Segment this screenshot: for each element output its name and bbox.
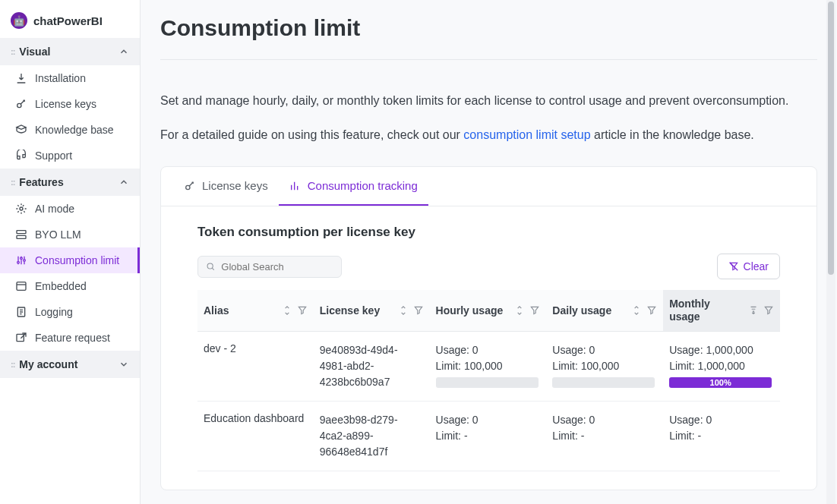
col-alias[interactable]: Alias (197, 290, 314, 331)
svg-rect-2 (17, 231, 26, 234)
filter-icon[interactable] (646, 305, 657, 316)
chevron-up-icon (118, 177, 129, 187)
limit-value: Limit: - (669, 428, 774, 444)
sidebar-item-embedded[interactable]: Embedded (0, 273, 140, 299)
cell-alias: Education dashboard (197, 401, 314, 471)
limit-value: Limit: - (436, 428, 541, 444)
sidebar-item-feature-request[interactable]: Feature request (0, 325, 140, 351)
clear-button[interactable]: Clear (717, 254, 780, 279)
global-search[interactable] (197, 256, 342, 278)
brand-label: chatPowerBI (33, 14, 103, 27)
nav-label: Knowledge base (35, 124, 114, 136)
sidebar-item-ai-mode[interactable]: AI mode (0, 196, 140, 222)
book-icon (15, 124, 27, 136)
consumption-limit-setup-link[interactable]: consumption limit setup (463, 128, 590, 141)
col-hourly[interactable]: Hourly usage (430, 290, 547, 331)
download-icon (15, 72, 27, 84)
svg-rect-4 (17, 282, 26, 291)
sidebar-item-logging[interactable]: Logging (0, 299, 140, 325)
table-title: Token consumption per license key (197, 225, 780, 240)
sidebar-item-byo-llm[interactable]: BYO LLM (0, 222, 140, 247)
tab-consumption-tracking[interactable]: Consumption tracking (279, 167, 428, 206)
section-label: Features (19, 176, 118, 188)
sidebar-item-knowledge-base[interactable]: Knowledge base (0, 117, 140, 143)
sidebar: 🤖 chatPowerBI :: Visual Installation Lic… (0, 0, 141, 504)
table-row: dev - 2 9e40893d-49d4-4981-abd2-4238bc6b… (197, 331, 780, 401)
nav-label: Support (35, 150, 72, 162)
search-icon (206, 261, 215, 272)
cell-daily: Usage: 0 Limit: - (546, 401, 663, 471)
usage-value: Usage: 0 (552, 342, 657, 358)
col-monthly[interactable]: Monthly usage (663, 290, 780, 331)
progress-bar: 100% (669, 377, 772, 388)
consumption-table: Alias License key Hourly usage (197, 290, 780, 471)
cell-hourly: Usage: 0 Limit: 100,000 (430, 331, 547, 401)
cell-monthly: Usage: 0 Limit: - (663, 401, 780, 471)
section-label: Visual (19, 46, 118, 58)
limit-value: Limit: 100,000 (436, 358, 541, 374)
col-label: License key (320, 304, 393, 317)
section-my-account[interactable]: :: My account (0, 351, 140, 378)
limit-value: Limit: - (552, 428, 657, 444)
card-body: Token consumption per license key Clear … (161, 206, 816, 490)
tab-label: Consumption tracking (308, 179, 418, 192)
main-content: Consumption limit Set and manage hourly,… (141, 0, 837, 504)
sort-desc-icon[interactable] (748, 305, 759, 316)
usage-value: Usage: 0 (552, 412, 657, 428)
cell-daily: Usage: 0 Limit: 100,000 (546, 331, 663, 401)
filter-icon[interactable] (413, 305, 424, 316)
col-label: Alias (204, 304, 277, 317)
col-daily[interactable]: Daily usage (546, 290, 663, 331)
desc-text: For a detailed guide on using this featu… (160, 128, 463, 141)
grip-icon: :: (11, 47, 14, 56)
table-toolbar: Clear (197, 254, 780, 279)
grip-icon: :: (11, 360, 14, 369)
nav-label: Feature request (35, 332, 110, 344)
scrollbar[interactable]: ▲ (826, 0, 835, 504)
nav-label: Logging (35, 306, 73, 318)
usage-value: Usage: 0 (669, 412, 774, 428)
file-icon (15, 306, 27, 318)
server-icon (15, 228, 27, 241)
sliders-icon (15, 254, 27, 266)
svg-rect-6 (17, 334, 24, 341)
sidebar-item-consumption-limit[interactable]: Consumption limit (0, 247, 140, 273)
nav-label: License keys (35, 98, 96, 110)
open-icon (15, 332, 27, 344)
grip-icon: :: (11, 178, 14, 187)
filter-icon[interactable] (529, 305, 540, 316)
table-row: Education dashboard 9aee3b98-d279-4ca2-a… (197, 401, 780, 471)
sort-icon[interactable] (398, 305, 409, 316)
col-label: Monthly usage (669, 298, 744, 323)
cell-key: 9aee3b98-d279-4ca2-a899-96648e841d7f (314, 401, 430, 471)
sidebar-item-license-keys[interactable]: License keys (0, 91, 140, 117)
cell-key: 9e40893d-49d4-4981-abd2-4238bc6b09a7 (314, 331, 430, 401)
limit-value: Limit: 100,000 (552, 358, 657, 374)
chart-icon (289, 180, 302, 192)
section-visual[interactable]: :: Visual (0, 38, 140, 65)
sidebar-item-support[interactable]: Support (0, 143, 140, 169)
search-input[interactable] (221, 261, 333, 272)
tabs: License keys Consumption tracking (161, 167, 816, 206)
scrollbar-thumb[interactable] (828, 2, 834, 275)
tab-license-keys[interactable]: License keys (173, 167, 279, 206)
svg-point-1 (20, 207, 23, 210)
filter-icon[interactable] (763, 305, 774, 316)
sort-icon[interactable] (514, 305, 525, 316)
tab-label: License keys (202, 179, 268, 192)
sort-icon[interactable] (282, 305, 292, 316)
cell-monthly: Usage: 1,000,000 Limit: 1,000,000 100% (663, 331, 780, 401)
sidebar-item-installation[interactable]: Installation (0, 65, 140, 91)
page-description-2: For a detailed guide on using this featu… (160, 124, 817, 145)
filter-icon[interactable] (297, 305, 308, 316)
key-icon (184, 180, 196, 192)
usage-value: Usage: 0 (436, 342, 541, 358)
col-license-key[interactable]: License key (314, 290, 430, 331)
usage-value: Usage: 0 (436, 412, 541, 428)
svg-rect-3 (17, 235, 26, 238)
sort-icon[interactable] (631, 305, 642, 316)
brand[interactable]: 🤖 chatPowerBI (0, 6, 140, 38)
section-features[interactable]: :: Features (0, 169, 140, 196)
filter-off-icon (728, 261, 739, 272)
embed-icon (15, 280, 27, 292)
